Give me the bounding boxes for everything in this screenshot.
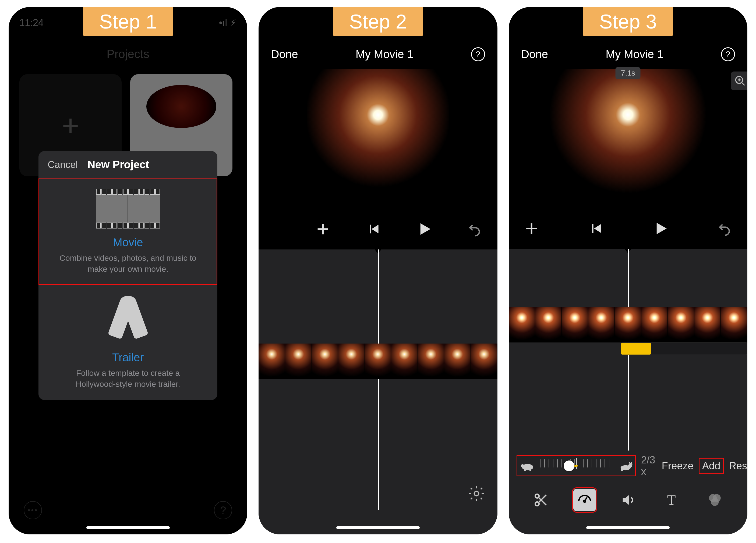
add-media-button[interactable]: + <box>313 217 332 242</box>
spotlights-icon <box>104 295 152 343</box>
help-button[interactable]: ? <box>721 47 735 61</box>
zoom-button[interactable] <box>731 72 747 90</box>
playhead-time: 7.1s <box>616 67 641 79</box>
clip-frame <box>615 307 641 342</box>
svg-point-14 <box>711 498 719 506</box>
clip-frame <box>535 307 562 342</box>
svg-rect-8 <box>621 469 623 471</box>
clip-frame <box>509 307 535 342</box>
rabbit-icon <box>617 460 633 471</box>
svg-point-3 <box>521 464 524 467</box>
sheet-title: New Project <box>87 159 149 171</box>
skip-back-button[interactable] <box>587 221 605 236</box>
clip-frame <box>721 307 747 342</box>
svg-point-9 <box>535 494 539 498</box>
undo-icon <box>467 221 483 237</box>
svg-point-11 <box>584 500 585 502</box>
speedometer-icon <box>577 492 592 508</box>
play-icon <box>652 220 669 237</box>
overlapping-circles-icon <box>707 492 723 508</box>
play-icon <box>415 221 433 238</box>
plus-icon: + <box>317 217 329 242</box>
plus-icon: + <box>525 216 538 241</box>
inspector-tools: T <box>509 481 747 524</box>
video-clip-strip[interactable] <box>259 343 497 379</box>
trailer-option[interactable]: Trailer Follow a template to create a Ho… <box>38 285 217 400</box>
svg-rect-5 <box>529 469 531 471</box>
clip-frame <box>259 343 285 379</box>
skip-back-icon <box>588 221 603 236</box>
undo-button[interactable] <box>465 221 484 237</box>
sheet-header: Cancel New Project <box>38 151 217 179</box>
clip-frame <box>365 343 391 379</box>
cancel-button[interactable]: Cancel <box>48 159 78 171</box>
turtle-icon <box>520 460 535 471</box>
clip-frame <box>338 343 365 379</box>
project-title: My Movie 1 <box>606 48 663 61</box>
movie-option-label: Movie <box>48 236 208 249</box>
zoom-in-icon <box>734 75 746 87</box>
home-indicator <box>336 526 420 529</box>
settings-button[interactable] <box>466 483 487 504</box>
play-button[interactable] <box>415 221 433 238</box>
text-tool[interactable]: T <box>660 489 683 511</box>
add-media-button[interactable]: + <box>522 216 541 241</box>
clip-frame <box>418 343 444 379</box>
scissors-icon <box>533 492 549 508</box>
speed-range-indicator[interactable] <box>621 342 747 355</box>
svg-point-10 <box>535 502 539 506</box>
clip-frame <box>312 343 338 379</box>
new-project-sheet: Cancel New Project Movie Combine videos,… <box>38 151 217 400</box>
video-preview[interactable]: 7.1s <box>542 69 713 200</box>
undo-button[interactable] <box>715 221 734 237</box>
new-project-sheet-container: Cancel New Project Movie Combine videos,… <box>9 7 247 534</box>
video-preview[interactable] <box>307 69 449 201</box>
help-button[interactable]: ? <box>471 47 485 61</box>
filters-tool[interactable] <box>704 489 726 511</box>
project-title: My Movie 1 <box>356 48 414 61</box>
speaker-icon <box>620 492 636 508</box>
movie-option[interactable]: Movie Combine videos, photos, and music … <box>38 179 217 285</box>
speed-slider[interactable] <box>540 458 613 473</box>
add-button[interactable]: Add <box>700 459 723 473</box>
movie-option-desc: Combine videos, photos, and music to mak… <box>48 253 208 274</box>
playhead[interactable] <box>378 250 379 510</box>
clip-frame <box>668 307 694 342</box>
volume-tool[interactable] <box>617 489 639 511</box>
done-button[interactable]: Done <box>521 48 548 61</box>
speedometer-tool[interactable] <box>573 489 596 511</box>
clip-frame <box>471 343 497 379</box>
play-button[interactable] <box>651 220 670 237</box>
undo-icon <box>716 221 733 237</box>
clip-frame <box>588 307 615 342</box>
timeline-track-area[interactable] <box>509 249 747 450</box>
skip-back-icon <box>366 222 381 237</box>
timeline[interactable]: 2/3 x Freeze Add Reset T <box>509 249 747 534</box>
freeze-button[interactable]: Freeze <box>662 460 693 472</box>
clip-frame <box>285 343 312 379</box>
slider-thumb[interactable] <box>564 460 574 471</box>
step-badge-2: Step 2 <box>333 7 423 36</box>
svg-point-0 <box>474 491 479 496</box>
trailer-option-desc: Follow a template to create a Hollywood-… <box>48 368 208 389</box>
reset-button[interactable]: Reset <box>729 460 747 472</box>
video-clip-strip[interactable] <box>509 307 747 342</box>
step-badge-3: Step 3 <box>583 7 673 36</box>
speed-slider-group <box>518 457 635 475</box>
clip-frame <box>562 307 588 342</box>
skip-back-button[interactable] <box>364 222 383 237</box>
scissors-tool[interactable] <box>530 489 552 511</box>
home-indicator <box>586 526 670 529</box>
timeline[interactable] <box>259 250 497 534</box>
done-button[interactable]: Done <box>271 48 298 61</box>
slider-midpoint <box>576 458 577 469</box>
clip-frame <box>391 343 418 379</box>
timeline-track-area[interactable] <box>259 250 497 510</box>
text-icon: T <box>667 492 676 508</box>
transport-controls: + <box>509 208 747 249</box>
speed-range-fill <box>621 343 651 354</box>
clip-frame <box>444 343 471 379</box>
transport-controls: + <box>259 209 497 250</box>
film-strip-icon <box>96 189 160 229</box>
clip-frame <box>641 307 668 342</box>
